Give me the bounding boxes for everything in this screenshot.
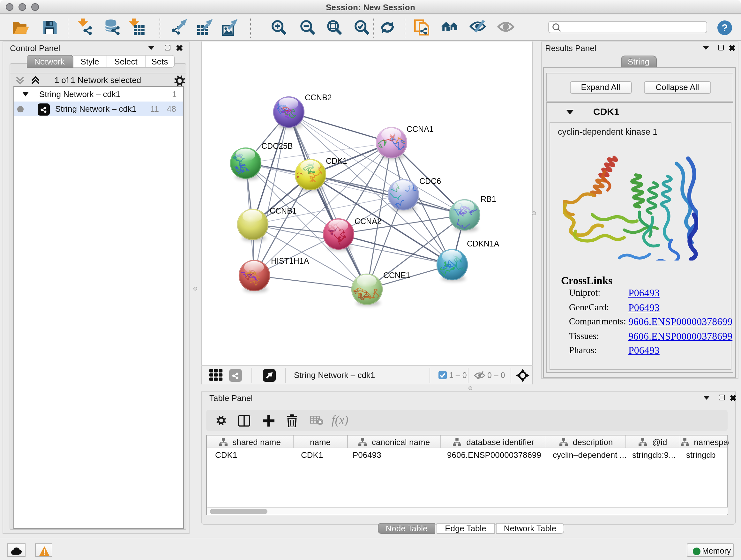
svg-text:CCNB2: CCNB2 xyxy=(305,92,332,102)
svg-text:CDC25B: CDC25B xyxy=(261,141,293,150)
svg-text:?: ? xyxy=(721,22,728,34)
svg-text:HIST1H1A: HIST1H1A xyxy=(271,256,309,265)
svg-text:CCNB1: CCNB1 xyxy=(269,206,296,215)
svg-text:CCNA1: CCNA1 xyxy=(406,124,433,133)
svg-text:CDKN1A: CDKN1A xyxy=(467,239,499,248)
svg-text:CCNA2: CCNA2 xyxy=(354,216,381,226)
svg-text:RB1: RB1 xyxy=(480,194,496,203)
svg-text:CDK1: CDK1 xyxy=(326,156,347,165)
svg-text:CCNE1: CCNE1 xyxy=(383,270,410,279)
svg-text:CDC6: CDC6 xyxy=(419,176,441,185)
